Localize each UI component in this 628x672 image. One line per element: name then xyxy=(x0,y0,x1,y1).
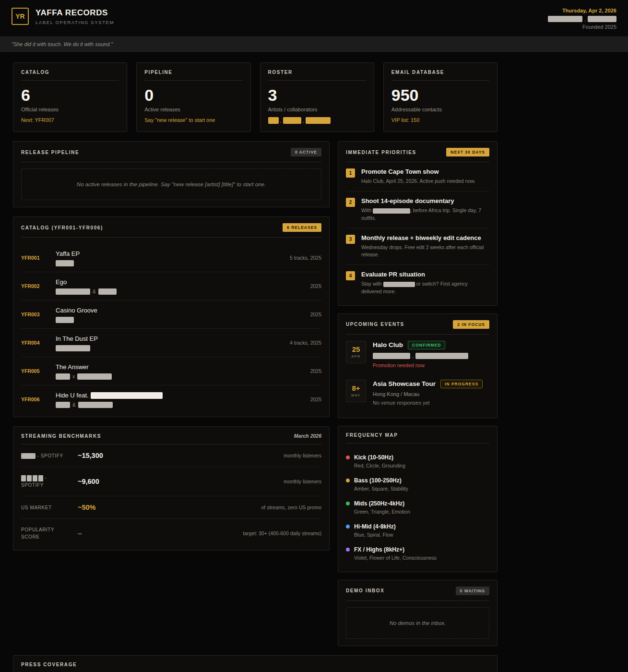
frequency-name: FX / Highs (8kHz+) xyxy=(354,546,404,553)
frequency-name: Mids (250Hz-4kHz) xyxy=(354,500,404,507)
stat-accent: Next: YFR007 xyxy=(21,117,119,123)
redacted-bar xyxy=(268,117,279,124)
stat-label: EMAIL DATABASE xyxy=(391,70,489,81)
pipeline-empty-state: No active releases in the pipeline. Say … xyxy=(21,168,321,200)
catalog-panel: CATALOG (YFR001-YFR006) 6 RELEASES YFR00… xyxy=(13,216,330,417)
release-title: In The Dust EP xyxy=(56,335,98,342)
catalog-row: YFR003 Casino Groove 2025 xyxy=(21,300,321,329)
redacted-bar xyxy=(56,373,70,380)
stat-value: 6 xyxy=(21,86,119,104)
stat-card-roster: ROSTER 3 Artists / collaborators , , xyxy=(260,62,374,132)
streaming-row: - SPOTIFY ~9,600 monthly listeners xyxy=(21,467,321,496)
event-name: Halo Club xyxy=(373,341,403,348)
stream-meta: monthly listeners xyxy=(284,453,321,458)
app-title: YAFFA RECORDS xyxy=(36,8,114,18)
catalog-row: YFR002 Ego & 2025 xyxy=(21,272,321,300)
stat-label: CATALOG xyxy=(21,70,119,81)
founded-label: Founded 2025 xyxy=(548,24,616,30)
catalog-row: YFR005 The Answer x 2025 xyxy=(21,357,321,385)
priority-desc: Stay with or switch? First agency delive… xyxy=(361,280,489,296)
streaming-row: POPULARITY SCORE -- target: 30+ (400-600… xyxy=(21,519,321,543)
redacted-bar xyxy=(56,260,74,266)
stats-row: CATALOG 6 Official releases Next: YFR007… xyxy=(13,62,498,132)
event-month: MAY xyxy=(351,393,360,397)
logo-text: YR xyxy=(15,12,24,20)
stream-value: -- xyxy=(78,530,243,537)
artist-separator: & xyxy=(93,289,96,294)
priority-item: 1 Promote Cape Town show Halo Club, Apri… xyxy=(346,162,489,192)
event-location: Hong Kong / Macau xyxy=(373,391,483,397)
demo-inbox-panel: DEMO INBOX 0 WAITING No demos in the inb… xyxy=(338,580,498,646)
redacted-featured-artist xyxy=(91,392,163,399)
stat-sub: Active releases xyxy=(144,107,242,112)
event-status-badge: CONFIRMED xyxy=(408,341,445,349)
event-day: 8+ xyxy=(352,384,360,392)
stream-label-text2: SPOTIFY xyxy=(21,482,44,488)
stat-sub: Official releases xyxy=(21,107,119,112)
event-note: No venue responses yet xyxy=(373,400,483,406)
stat-accent: Say "new release" to start one xyxy=(144,117,242,123)
stat-label: PIPELINE xyxy=(144,70,242,81)
redacted-bar xyxy=(283,117,301,124)
stat-card-pipeline: PIPELINE 0 Active releases Say "new rele… xyxy=(136,62,250,132)
event-item: 25 APR Halo Club CONFIRMED , Promotion n… xyxy=(346,335,489,373)
dashboard-content: CATALOG 6 Official releases Next: YFR007… xyxy=(13,62,498,672)
app-header: YR YAFFA RECORDS LABEL OPERATING SYSTEM … xyxy=(0,0,628,36)
release-pipeline-panel: RELEASE PIPELINE 0 ACTIVE No active rele… xyxy=(13,141,330,207)
period-label: March 2026 xyxy=(294,433,321,439)
mids-color-dot xyxy=(346,502,350,505)
event-date-box: 8+ MAY xyxy=(346,380,366,402)
release-id: YFR004 xyxy=(21,340,56,346)
release-title: Ego xyxy=(56,278,67,286)
frequency-desc: Amber, Square, Stability xyxy=(354,486,489,492)
release-id: YFR003 xyxy=(21,312,56,317)
stat-label: ROSTER xyxy=(268,70,366,81)
press-coverage-panel: PRESS COVERAGE OUTLET RELEASE TYPE STATU… xyxy=(13,655,498,672)
stream-label-text: - xyxy=(45,475,47,480)
frequency-item: Mids (250Hz-4kHz) Green, Triangle, Emoti… xyxy=(346,496,489,519)
redacted-bar xyxy=(415,353,468,359)
stat-value: 3 xyxy=(268,86,366,104)
catalog-row: YFR006 Hide U feat. & 2025 xyxy=(21,385,321,410)
redacted-bar xyxy=(383,282,415,287)
release-meta: 2025 xyxy=(310,283,321,289)
redacted-bar xyxy=(78,402,113,408)
release-meta: 2025 xyxy=(310,368,321,374)
frequency-desc: Red, Circle, Grounding xyxy=(354,463,489,468)
stat-value: 950 xyxy=(391,86,489,104)
redacted-bar xyxy=(77,373,112,380)
redacted-bar xyxy=(548,16,582,22)
frequency-item: Kick (10-50Hz) Red, Circle, Grounding xyxy=(346,450,489,473)
current-date: Thursday, Apr 2, 2026 xyxy=(548,8,616,13)
release-meta: 2025 xyxy=(310,312,321,317)
stat-sub: Artists / collaborators xyxy=(268,107,366,112)
stream-label-text: - SPOTIFY xyxy=(37,453,63,458)
stat-sub: Addressable contacts xyxy=(391,107,489,112)
stream-meta: monthly listeners xyxy=(284,479,321,484)
stream-meta: target: 30+ (400-600 daily streams) xyxy=(243,530,321,536)
release-meta: 5 tracks, 2025 xyxy=(290,255,321,261)
fx-highs-color-dot xyxy=(346,548,350,552)
upcoming-events-panel: UPCOMING EVENTS 2 IN FOCUS 25 APR Halo C… xyxy=(338,313,498,418)
stat-value: 0 xyxy=(144,86,242,104)
event-month: APR xyxy=(351,354,360,359)
redacted-bar xyxy=(373,208,410,214)
panel-title: RELEASE PIPELINE xyxy=(21,150,79,155)
redacted-bar-segmented xyxy=(21,475,43,481)
priority-number: 1 xyxy=(346,168,355,178)
redacted-event-details: , xyxy=(373,353,468,359)
event-date-box: 25 APR xyxy=(346,341,366,363)
redacted-bar xyxy=(56,288,90,295)
event-name: Asia Showcase Tour xyxy=(373,380,436,387)
priority-desc: With , before Africa trip. Single day, 7… xyxy=(361,207,489,222)
redacted-bar xyxy=(98,288,117,295)
stat-accent: VIP list: 150 xyxy=(391,117,489,123)
release-id: YFR002 xyxy=(21,283,56,289)
frequency-name: Bass (100-250Hz) xyxy=(354,477,402,484)
redacted-bar xyxy=(306,117,331,124)
in-focus-badge: 2 IN FOCUS xyxy=(453,320,489,329)
priority-item: 3 Monthly release + biweekly edit cadenc… xyxy=(346,228,489,265)
streaming-row: - SPOTIFY ~15,300 monthly listeners xyxy=(21,444,321,467)
panel-title: PRESS COVERAGE xyxy=(21,662,77,667)
comma: , xyxy=(584,16,586,22)
